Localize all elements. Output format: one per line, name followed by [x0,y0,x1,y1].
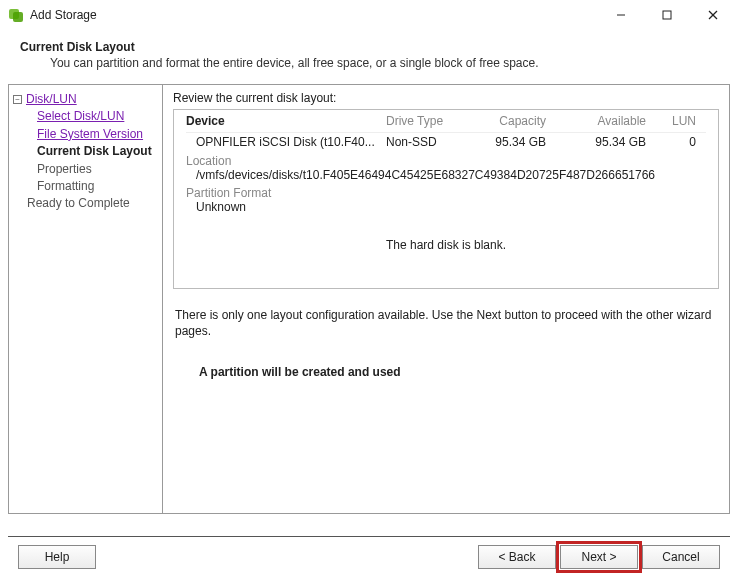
footer-separator [8,536,730,537]
blank-disk-message: The hard disk is blank. [186,238,706,252]
page-title: Current Disk Layout [20,40,718,54]
location-value: /vmfs/devices/disks/t10.F405E46494C45425… [186,168,706,182]
window-title: Add Storage [30,8,97,22]
title-bar: Add Storage [0,0,738,30]
layout-info-text: There is only one layout configuration a… [175,307,717,339]
maximize-button[interactable] [644,0,690,30]
svg-rect-3 [663,11,671,19]
next-button[interactable]: Next > [560,545,638,569]
wizard-heading: Current Disk Layout You can partition an… [0,30,738,84]
partition-created-text: A partition will be created and used [199,365,717,379]
minimize-button[interactable] [598,0,644,30]
col-capacity: Capacity [476,114,576,130]
review-label: Review the current disk layout: [173,91,719,105]
step-current-disk-layout: Current Disk Layout [37,144,152,158]
back-button[interactable]: < Back [478,545,556,569]
help-button[interactable]: Help [18,545,96,569]
page-subtitle: You can partition and format the entire … [50,56,718,70]
svg-rect-1 [13,12,23,22]
cell-available: 95.34 GB [576,135,666,151]
help-button-label: Help [45,550,70,564]
step-select-disk-lun[interactable]: Select Disk/LUN [37,109,124,123]
cancel-button[interactable]: Cancel [642,545,720,569]
step-file-system-version[interactable]: File System Version [37,127,143,141]
footer: Help < Back Next > Cancel [0,541,738,573]
cell-drive-type: Non-SSD [386,135,476,151]
tree-root[interactable]: − Disk/LUN [13,91,158,108]
col-available: Available [576,114,666,130]
partition-format-label: Partition Format [186,186,706,200]
location-label: Location [186,154,706,168]
next-button-label: Next > [581,550,616,564]
partition-format-value: Unknown [186,200,706,214]
step-disk-lun[interactable]: Disk/LUN [26,91,77,108]
col-device: Device [186,114,386,130]
back-button-label: < Back [498,550,535,564]
step-formatting: Formatting [37,179,94,193]
collapse-icon[interactable]: − [13,95,22,104]
app-icon [8,7,24,23]
cell-capacity: 95.34 GB [476,135,576,151]
content-pane: Review the current disk layout: Device D… [162,84,730,514]
wizard-steps-sidebar: − Disk/LUN Select Disk/LUN File System V… [8,84,162,514]
col-drive-type: Drive Type [386,114,476,130]
next-button-highlight: Next > [556,541,642,573]
main-area: − Disk/LUN Select Disk/LUN File System V… [8,84,730,514]
table-row: OPNFILER iSCSI Disk (t10.F40... Non-SSD … [186,133,706,151]
table-header: Device Drive Type Capacity Available LUN [186,114,706,133]
cancel-button-label: Cancel [662,550,699,564]
close-button[interactable] [690,0,736,30]
step-properties: Properties [37,162,92,176]
cell-device: OPNFILER iSCSI Disk (t10.F40... [186,135,386,151]
disk-layout-panel: Device Drive Type Capacity Available LUN… [173,109,719,289]
cell-lun: 0 [666,135,706,151]
step-ready-to-complete: Ready to Complete [27,195,158,212]
col-lun: LUN [666,114,706,130]
